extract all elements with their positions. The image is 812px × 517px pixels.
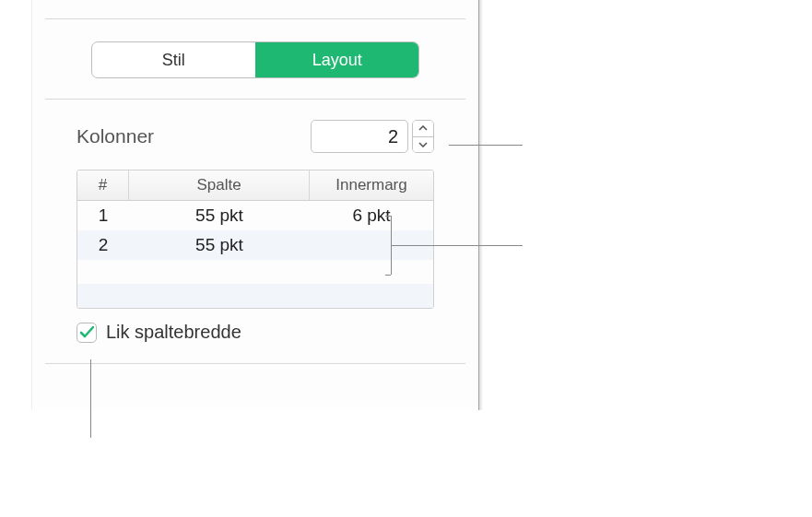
divider — [45, 18, 465, 19]
table-row[interactable]: 1 55 pkt 6 pkt — [77, 201, 433, 230]
stepper-down-button[interactable] — [413, 136, 433, 153]
callout-line — [391, 245, 523, 246]
stepper-up-button[interactable] — [413, 121, 433, 136]
callout-line — [385, 216, 391, 217]
equal-width-row: Lik spaltebredde — [32, 309, 478, 343]
table-row — [77, 284, 433, 308]
table-body: 1 55 pkt 6 pkt 2 55 pkt — [77, 201, 433, 308]
columns-table: # Spalte Innermarg 1 55 pkt 6 pkt 2 55 p… — [76, 170, 434, 309]
chevron-down-icon — [418, 142, 428, 147]
tab-stil[interactable]: Stil — [92, 42, 255, 77]
table-header: # Spalte Innermarg — [77, 170, 433, 201]
tab-layout[interactable]: Layout — [255, 42, 419, 77]
check-icon — [80, 326, 94, 338]
callout-line — [90, 359, 91, 438]
layout-panel: Stil Layout Kolonner # Spalte Innermarg — [31, 0, 479, 410]
table-row[interactable]: 2 55 pkt — [77, 230, 433, 260]
callout-line — [449, 145, 523, 146]
th-inner[interactable]: Innermarg — [310, 170, 433, 200]
chevron-up-icon — [418, 125, 428, 131]
equal-width-label: Lik spaltebredde — [106, 322, 241, 343]
table-row — [77, 260, 433, 284]
divider — [45, 363, 465, 364]
th-num[interactable]: # — [77, 170, 129, 200]
cell-num: 2 — [77, 235, 129, 255]
cell-inner[interactable]: 6 pkt — [310, 206, 433, 226]
equal-width-checkbox[interactable] — [76, 323, 97, 343]
stepper-buttons — [412, 120, 434, 153]
cell-spalte[interactable]: 55 pkt — [129, 206, 310, 226]
columns-input[interactable] — [311, 120, 408, 153]
columns-label: Kolonner — [76, 125, 311, 147]
cell-spalte[interactable]: 55 pkt — [129, 235, 310, 255]
cell-num: 1 — [77, 206, 129, 226]
columns-stepper — [311, 120, 434, 153]
columns-row: Kolonner — [32, 100, 478, 153]
th-spalte[interactable]: Spalte — [129, 170, 310, 200]
tab-bar: Stil Layout — [91, 41, 419, 78]
callout-line — [385, 275, 391, 276]
